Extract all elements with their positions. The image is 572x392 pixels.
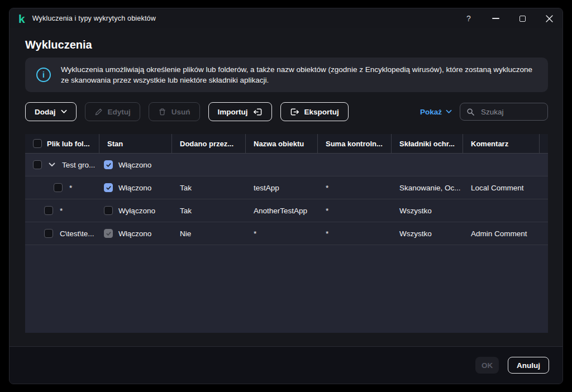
state-checkbox[interactable] bbox=[104, 160, 113, 169]
check-icon bbox=[106, 231, 112, 237]
added-by-cell: Tak bbox=[172, 207, 246, 215]
path-cell: * bbox=[25, 206, 99, 215]
state-cell: Wyłączono bbox=[99, 206, 172, 215]
toolbar-right: Pokaż bbox=[420, 103, 548, 121]
object-name-cell: AnotherTestApp bbox=[246, 207, 318, 215]
chevron-down-icon bbox=[61, 109, 67, 114]
path-label: * bbox=[69, 184, 72, 192]
column-header-label: Stan bbox=[107, 140, 123, 148]
table-row[interactable]: C\test\te... Włączono Nie * * Wszystko A… bbox=[25, 222, 548, 245]
exclusions-table: Plik lub fol... Stan Dodano przez... Naz… bbox=[25, 134, 548, 333]
path-cell: * bbox=[25, 183, 99, 192]
import-button[interactable]: Importuj bbox=[208, 102, 272, 121]
toolbar-button-group: Dodaj Edytuj Usuń Importuj Ekspor bbox=[25, 102, 349, 121]
cancel-button[interactable]: Anuluj bbox=[508, 357, 549, 374]
state-label: Wyłączono bbox=[118, 207, 155, 215]
components-cell: Wszystko bbox=[392, 230, 463, 238]
state-label: Włączono bbox=[118, 161, 151, 169]
added-by-cell: Tak bbox=[172, 184, 246, 192]
state-checkbox-disabled[interactable] bbox=[104, 229, 113, 238]
state-cell: Włączono bbox=[99, 160, 172, 169]
edit-button-label: Edytuj bbox=[108, 108, 131, 116]
toolbar: Dodaj Edytuj Usuń Importuj Ekspor bbox=[25, 102, 548, 121]
export-button[interactable]: Eksportuj bbox=[280, 102, 349, 121]
column-header-state[interactable]: Stan bbox=[99, 134, 172, 153]
table-row-group[interactable]: Test gro... Włączono bbox=[25, 154, 548, 176]
minimize-button[interactable] bbox=[491, 14, 500, 23]
trash-icon bbox=[158, 108, 166, 116]
window-title: Wykluczenia i typy wykrytych obiektów bbox=[32, 15, 156, 22]
path-label: * bbox=[60, 207, 63, 215]
close-button[interactable] bbox=[545, 14, 554, 23]
column-header-label: Dodano przez... bbox=[180, 140, 233, 148]
state-label: Włączono bbox=[118, 230, 151, 238]
search-input[interactable] bbox=[480, 107, 541, 117]
row-checkbox[interactable] bbox=[44, 229, 53, 238]
state-cell: Włączono bbox=[99, 229, 172, 238]
import-icon bbox=[253, 108, 263, 116]
column-header-object-name[interactable]: Nazwa obiektu bbox=[246, 134, 318, 153]
checksum-cell: * bbox=[318, 184, 392, 192]
ok-button[interactable]: OK bbox=[475, 357, 499, 374]
title-bar: k Wykluczenia i typy wykrytych obiektów … bbox=[9, 8, 563, 28]
column-header-label: Nazwa obiektu bbox=[254, 140, 304, 148]
group-name: Test gro... bbox=[62, 161, 95, 169]
row-checkbox[interactable] bbox=[33, 160, 42, 169]
column-header-comment[interactable]: Komentarz bbox=[463, 134, 540, 153]
comment-cell: Local Comment bbox=[463, 184, 540, 192]
column-header-spacer bbox=[540, 134, 548, 153]
add-button[interactable]: Dodaj bbox=[25, 102, 77, 121]
checksum-cell: * bbox=[318, 207, 392, 215]
state-checkbox[interactable] bbox=[104, 206, 113, 215]
delete-button-label: Usuń bbox=[171, 108, 190, 116]
table-empty-area bbox=[25, 245, 548, 333]
column-header-checksum[interactable]: Suma kontroln... bbox=[318, 134, 392, 153]
column-header-label: Komentarz bbox=[471, 140, 508, 148]
row-checkbox[interactable] bbox=[44, 206, 53, 215]
table-header: Plik lub fol... Stan Dodano przez... Naz… bbox=[25, 134, 548, 154]
checksum-cell: * bbox=[318, 230, 392, 238]
help-button[interactable]: ? bbox=[464, 14, 473, 23]
add-button-label: Dodaj bbox=[35, 108, 56, 116]
info-banner: i Wykluczenia umożliwiają określenie pli… bbox=[25, 58, 548, 92]
collapse-chevron-icon[interactable] bbox=[49, 162, 55, 167]
object-name-cell: testApp bbox=[246, 184, 318, 192]
close-icon bbox=[546, 15, 553, 22]
state-checkbox[interactable] bbox=[104, 183, 113, 192]
export-button-label: Eksportuj bbox=[304, 108, 339, 116]
delete-button[interactable]: Usuń bbox=[149, 102, 200, 121]
maximize-icon bbox=[519, 16, 526, 22]
table-row[interactable]: * Włączono Tak testApp * Skanowanie, Oc.… bbox=[25, 176, 548, 199]
dialog-footer: OK Anuluj bbox=[9, 346, 563, 384]
edit-button[interactable]: Edytuj bbox=[85, 102, 140, 121]
page-title: Wykluczenia bbox=[25, 37, 547, 52]
row-checkbox[interactable] bbox=[54, 183, 63, 192]
export-icon bbox=[290, 108, 299, 116]
path-label: C\test\te... bbox=[60, 230, 94, 238]
comment-cell: Admin Comment bbox=[463, 230, 540, 238]
select-all-checkbox[interactable] bbox=[33, 139, 42, 148]
import-button-label: Importuj bbox=[218, 108, 248, 116]
check-icon bbox=[106, 162, 112, 168]
banner-text: Wykluczenia umożliwiają określenie plikó… bbox=[61, 64, 537, 85]
column-header-components[interactable]: Składniki ochr... bbox=[392, 134, 463, 153]
column-header-file[interactable]: Plik lub fol... bbox=[25, 134, 99, 153]
info-icon: i bbox=[36, 68, 51, 82]
pencil-icon bbox=[94, 108, 103, 116]
column-header-added-by[interactable]: Dodano przez... bbox=[172, 134, 246, 153]
components-cell: Wszystko bbox=[392, 207, 463, 215]
state-label: Włączono bbox=[118, 184, 151, 192]
added-by-cell: Nie bbox=[172, 230, 246, 238]
show-dropdown[interactable]: Pokaż bbox=[420, 108, 452, 116]
maximize-button[interactable] bbox=[518, 14, 527, 23]
object-name-cell: * bbox=[246, 230, 318, 238]
chevron-down-icon bbox=[446, 109, 452, 114]
window-controls: ? bbox=[464, 14, 554, 23]
search-icon bbox=[466, 108, 475, 116]
kaspersky-logo-icon: k bbox=[18, 13, 25, 25]
components-cell: Skanowanie, Oc... bbox=[392, 184, 463, 192]
content-area: Wykluczenia i Wykluczenia umożliwiają ok… bbox=[9, 37, 563, 333]
show-dropdown-label: Pokaż bbox=[420, 108, 442, 116]
minimize-icon bbox=[492, 18, 499, 19]
table-row[interactable]: * Wyłączono Tak AnotherTestApp * Wszystk… bbox=[25, 199, 548, 222]
